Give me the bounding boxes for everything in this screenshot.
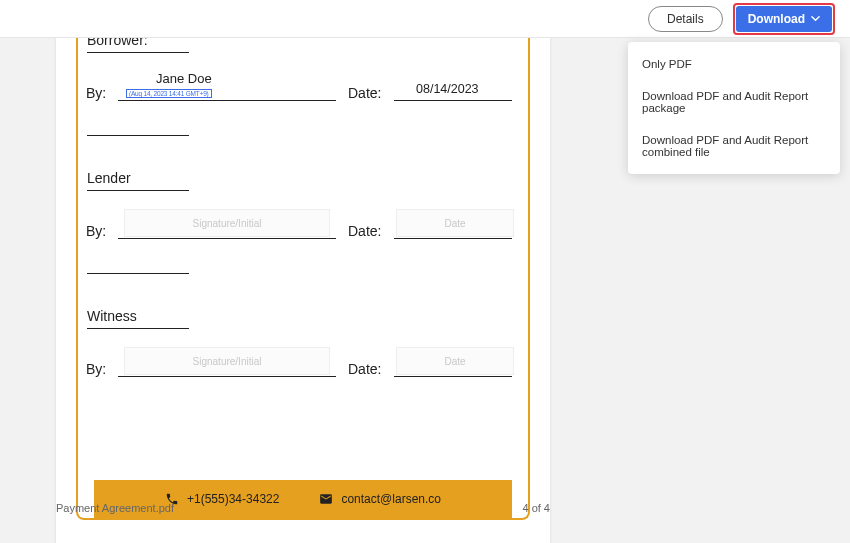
witness-signature-line[interactable]: Signature/Initial bbox=[118, 345, 336, 377]
document-page: Borrower: By: Jane Doe (Aug 14, 2023 14:… bbox=[56, 8, 550, 543]
chevron-down-icon bbox=[811, 14, 820, 23]
witness-date-placeholder[interactable]: Date bbox=[396, 347, 514, 375]
dropdown-item-pdf-audit-package[interactable]: Download PDF and Audit Report package bbox=[628, 80, 840, 124]
date-label: Date: bbox=[348, 85, 384, 101]
by-label: By: bbox=[86, 361, 108, 377]
download-button-highlight: Download bbox=[733, 3, 835, 35]
dropdown-item-only-pdf[interactable]: Only PDF bbox=[628, 48, 840, 80]
lender-date-line[interactable]: Date bbox=[394, 207, 512, 239]
witness-row: By: Signature/Initial Date: Date bbox=[86, 345, 520, 377]
lender-signature-line[interactable]: Signature/Initial bbox=[118, 207, 336, 239]
witness-date-line[interactable]: Date bbox=[394, 345, 512, 377]
lender-signature-placeholder[interactable]: Signature/Initial bbox=[124, 209, 330, 237]
borrower-section: Borrower: By: Jane Doe (Aug 14, 2023 14:… bbox=[86, 32, 520, 136]
lender-date-placeholder[interactable]: Date bbox=[396, 209, 514, 237]
download-button[interactable]: Download bbox=[736, 6, 832, 32]
details-button[interactable]: Details bbox=[648, 6, 723, 32]
witness-section: Witness By: Signature/Initial Date: Date bbox=[86, 308, 520, 377]
borrower-signature-line: Jane Doe (Aug 14, 2023 14:41 GMT+9) bbox=[118, 69, 336, 101]
witness-underline bbox=[87, 328, 189, 329]
by-label: By: bbox=[86, 223, 108, 239]
page-indicator: 4 of 4 bbox=[522, 502, 550, 520]
lender-underline bbox=[87, 190, 189, 191]
by-label: By: bbox=[86, 85, 108, 101]
lender-underline2 bbox=[87, 273, 189, 274]
lender-section: Lender By: Signature/Initial Date: Date bbox=[86, 170, 520, 274]
date-label: Date: bbox=[348, 361, 384, 377]
borrower-signed-name: Jane Doe bbox=[156, 71, 212, 86]
lender-row: By: Signature/Initial Date: Date bbox=[86, 207, 520, 239]
statusbar: Payment Agreement.pdf 4 of 4 bbox=[56, 502, 550, 520]
dropdown-item-pdf-audit-combined[interactable]: Download PDF and Audit Report combined f… bbox=[628, 124, 840, 168]
document-content: Borrower: By: Jane Doe (Aug 14, 2023 14:… bbox=[76, 22, 530, 520]
witness-label: Witness bbox=[87, 308, 520, 324]
witness-signature-placeholder[interactable]: Signature/Initial bbox=[124, 347, 330, 375]
borrower-underline2 bbox=[87, 135, 189, 136]
borrower-date-value: 08/14/2023 bbox=[416, 82, 479, 96]
borrower-date-line: 08/14/2023 bbox=[394, 69, 512, 101]
topbar: Details Download bbox=[0, 0, 850, 38]
download-dropdown: Only PDF Download PDF and Audit Report p… bbox=[628, 42, 840, 174]
lender-label: Lender bbox=[87, 170, 520, 186]
borrower-row: By: Jane Doe (Aug 14, 2023 14:41 GMT+9) … bbox=[86, 69, 520, 101]
date-label: Date: bbox=[348, 223, 384, 239]
borrower-signature-timestamp: (Aug 14, 2023 14:41 GMT+9) bbox=[126, 89, 212, 98]
borrower-underline bbox=[87, 52, 189, 53]
filename: Payment Agreement.pdf bbox=[56, 502, 174, 520]
download-button-label: Download bbox=[748, 12, 805, 26]
